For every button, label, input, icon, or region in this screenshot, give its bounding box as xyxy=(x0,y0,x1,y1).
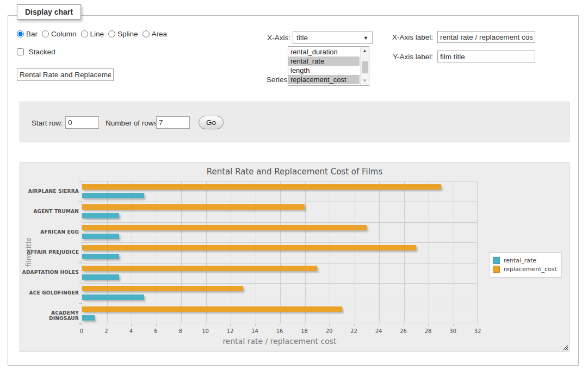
gridline-vertical xyxy=(305,181,306,323)
fieldset-legend: Display chart xyxy=(17,4,81,20)
chart-title-input[interactable] xyxy=(17,68,114,81)
radio-bar[interactable]: Bar xyxy=(17,30,38,38)
gridline-vertical xyxy=(454,181,454,323)
chart-title: Rental Rate and Replacement Cost of Film… xyxy=(20,167,569,177)
bar-replacement_cost-adaptation-holes xyxy=(82,266,317,271)
xtick-mark xyxy=(404,324,404,326)
radio-column[interactable]: Column xyxy=(42,30,77,38)
gridline-vertical xyxy=(231,181,231,323)
gridline-vertical xyxy=(355,181,355,323)
ytick-mark xyxy=(79,181,82,181)
series-list-label: Series: xyxy=(235,76,289,84)
xtick-mark xyxy=(379,324,379,326)
ytick-label: AIRPLANE SIERRA xyxy=(20,189,79,194)
bar-rental_rate-agent-truman xyxy=(82,213,119,218)
bar-rental_rate-academy-dinosaur xyxy=(82,315,95,321)
bar-replacement_cost-ace-goldfinger xyxy=(82,286,243,291)
xtick-label: 30 xyxy=(449,328,456,334)
radio-label-text: Bar xyxy=(26,30,38,38)
radio-label-text: Area xyxy=(152,30,168,38)
stacked-checkbox[interactable] xyxy=(17,48,24,55)
xaxis-title: rental rate / replacement cost xyxy=(82,337,478,346)
num-rows-label: Number of rows: xyxy=(106,119,159,127)
stacked-label-text: Stacked xyxy=(29,48,55,56)
start-row-label: Start row: xyxy=(32,119,63,127)
bar-rental_rate-adaptation-holes xyxy=(82,274,119,280)
go-button[interactable]: Go xyxy=(199,116,224,129)
bar-rental_rate-airplane-sierra xyxy=(82,193,144,198)
ytick-mark xyxy=(79,283,82,283)
start-row-input[interactable] xyxy=(65,116,99,129)
xtick-mark xyxy=(453,324,454,326)
gridline-vertical xyxy=(429,181,429,323)
gridline-vertical xyxy=(404,181,405,323)
scrollbar-thumb[interactable] xyxy=(362,61,368,73)
stacked-checkbox-label[interactable]: Stacked xyxy=(17,48,55,56)
xtick-mark xyxy=(206,324,206,326)
ytick-label: AGENT TRUMAN xyxy=(20,209,79,214)
resize-handle-icon[interactable] xyxy=(562,344,568,350)
series-listbox[interactable]: rental_durationrental_ratelengthreplacem… xyxy=(288,46,369,86)
yaxis-label-input[interactable] xyxy=(437,51,535,62)
xtick-label: 32 xyxy=(474,328,481,334)
radio-label-text: Line xyxy=(90,30,104,38)
xtick-mark xyxy=(107,324,107,326)
gridline-vertical xyxy=(330,181,330,323)
radio-input-column[interactable] xyxy=(42,30,49,37)
bar-replacement_cost-academy-dinosaur xyxy=(82,306,342,312)
radio-input-spline[interactable] xyxy=(108,30,115,37)
gridline-vertical xyxy=(206,181,207,323)
radio-input-bar[interactable] xyxy=(17,30,24,37)
series-option-replacement_cost[interactable]: replacement_cost xyxy=(288,75,360,84)
bar-rental_rate-african-egg xyxy=(82,234,119,239)
radio-input-line[interactable] xyxy=(81,30,88,37)
gridline-vertical xyxy=(157,181,157,323)
chart-type-radio-group: BarColumnLineSplineArea xyxy=(17,30,171,38)
radio-area[interactable]: Area xyxy=(143,30,168,38)
ytick-label: ACE GOLDFINGER xyxy=(20,290,79,296)
xtick-label: 20 xyxy=(326,328,333,334)
gridline-vertical xyxy=(256,181,256,323)
xtick-mark xyxy=(82,324,82,326)
xtick-mark xyxy=(230,324,231,326)
row-controls-panel: Start row: Number of rows: Go xyxy=(20,102,570,142)
page: Display chart BarColumnLineSplineArea St… xyxy=(0,0,588,370)
xtick-label: 28 xyxy=(425,328,432,334)
bar-replacement_cost-affair-prejudice xyxy=(82,245,416,250)
xtick-label: 2 xyxy=(104,328,108,334)
xtick-label: 16 xyxy=(276,328,283,334)
xtick-mark xyxy=(428,324,429,326)
xtick-mark xyxy=(280,324,280,326)
xtick-label: 18 xyxy=(301,328,308,334)
xtick-mark xyxy=(305,324,305,326)
radio-input-area[interactable] xyxy=(143,30,150,37)
radio-label-text: Spline xyxy=(117,30,138,38)
xtick-label: 26 xyxy=(400,328,407,334)
gridline-vertical xyxy=(280,181,281,323)
bar-rental_rate-affair-prejudice xyxy=(82,254,119,259)
xaxis-select-label: X-Axis: xyxy=(236,34,290,42)
ytick-label: ADAPTATION HOLES xyxy=(20,269,79,275)
series-option-length[interactable]: length xyxy=(288,66,360,75)
ytick-label: AFFAIR PREJUDICE xyxy=(20,249,79,255)
scroll-down-icon[interactable]: ▼ xyxy=(361,77,369,85)
legend-swatch-rental_rate xyxy=(493,257,500,264)
ytick-mark xyxy=(79,242,82,242)
xaxis-label-input-label: X-Axis label: xyxy=(343,33,433,41)
display-chart-fieldset: Display chart BarColumnLineSplineArea St… xyxy=(8,15,579,366)
xtick-label: 4 xyxy=(129,328,133,334)
xtick-label: 0 xyxy=(80,328,83,334)
ytick-label: AFRICAN EGG xyxy=(20,229,79,235)
ytick-mark xyxy=(79,201,82,202)
bar-replacement_cost-airplane-sierra xyxy=(82,184,441,190)
radio-spline[interactable]: Spline xyxy=(108,30,138,38)
xtick-label: 8 xyxy=(179,328,182,334)
gridline-vertical xyxy=(107,181,108,323)
xtick-mark xyxy=(329,324,330,326)
xtick-mark xyxy=(131,324,132,326)
xaxis-label-input[interactable] xyxy=(437,31,535,43)
plot-area xyxy=(82,181,478,323)
xtick-mark xyxy=(255,324,256,326)
num-rows-input[interactable] xyxy=(156,116,190,129)
radio-line[interactable]: Line xyxy=(81,30,104,38)
